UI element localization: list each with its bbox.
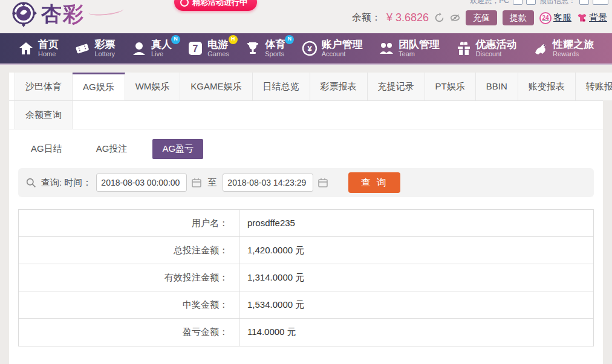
table-row-valid-bet: 有效投注金额： 1,314.0000 元: [19, 264, 593, 291]
table-row-username: 用户名： prosdffe235: [19, 210, 593, 237]
calendar-icon[interactable]: [318, 178, 328, 187]
tab-balance-query[interactable]: 余额查询: [15, 101, 73, 129]
row-value: 114.0000 元: [239, 319, 593, 346]
support-24h-icon: 24: [539, 12, 552, 24]
query-submit-button[interactable]: 查 询: [348, 172, 400, 193]
table-row-winnings: 中奖金额： 1,534.0000 元: [19, 291, 593, 319]
nav-item-team[interactable]: 团队管理Team: [379, 39, 440, 58]
ag-subtabs: AG日结 AG投注 AG盈亏: [22, 139, 603, 159]
balance-row: 余额： ¥ 3.6826 充值 提款 24 客服: [352, 10, 607, 25]
tab-deposit-withdraw-records[interactable]: 充提记录: [368, 73, 425, 100]
welcome-text: 欢迎您，PC: [470, 0, 509, 6]
hot-badge: H: [229, 35, 238, 44]
hide-balance-icon[interactable]: [450, 13, 460, 23]
page-root: 杏彩 精彩活动进行中 欢迎您，PC 预留信息： 余额： ¥ 3.6826: [0, 0, 612, 364]
gift-icon: [456, 41, 472, 56]
team-people-icon: [379, 41, 394, 56]
calendar-icon[interactable]: [192, 178, 201, 187]
time-to-input[interactable]: [223, 174, 313, 192]
report-tabs-row-2: 余额查询: [9, 101, 603, 129]
welcome-strip: 欢迎您，PC 预留信息：: [470, 0, 608, 6]
deposit-button[interactable]: 充值: [466, 10, 497, 25]
messenger-icon[interactable]: [526, 0, 536, 5]
support-link[interactable]: 24 客服: [539, 12, 571, 24]
tab-daily-summary[interactable]: 日结总览: [253, 73, 310, 100]
refresh-balance-icon[interactable]: [434, 13, 444, 23]
tab-kgame-casino[interactable]: KGAME娱乐: [180, 73, 252, 100]
home-icon: [18, 41, 34, 56]
promo-flower-icon: [180, 0, 189, 7]
row-label: 总投注金额：: [19, 237, 239, 264]
tab-pt-casino[interactable]: PT娱乐: [425, 73, 476, 100]
row-label: 盈亏金额：: [19, 319, 239, 346]
main-nav: 首页Home 彩票Lottery 真人Live N 7 电游Games H 体育…: [0, 33, 612, 65]
nav-item-sports[interactable]: 体育Sports N: [245, 39, 285, 58]
row-label: 有效投注金额：: [19, 264, 239, 291]
live-person-icon: [131, 41, 147, 56]
new-badge: N: [285, 35, 294, 44]
subtab-ag-daily[interactable]: AG日结: [22, 139, 71, 159]
promo-badge-label: 精彩活动进行中: [192, 0, 247, 8]
shirt-icon: [577, 13, 587, 23]
ticket-icon: [74, 41, 90, 56]
logout-icon[interactable]: [593, 0, 608, 5]
tab-ag-casino[interactable]: AG娱乐: [73, 73, 125, 100]
profit-loss-table: 用户名： prosdffe235 总投注金额： 1,420.0000 元 有效投…: [18, 209, 594, 346]
query-time-label: 查询: 时间：: [41, 177, 91, 189]
background-label: 背景: [589, 12, 607, 24]
logo-flower-emblem: [10, 1, 37, 28]
query-bar: 查询: 时间： 至 查 询: [18, 168, 594, 197]
time-from-input[interactable]: [96, 174, 187, 192]
support-label: 客服: [553, 12, 571, 24]
leaping-deer-icon: [533, 41, 549, 56]
balance-label: 余额：: [352, 11, 381, 24]
reserved-info-label: 预留信息：: [539, 0, 576, 6]
nav-item-home[interactable]: 首页Home: [18, 39, 59, 58]
row-label: 中奖金额：: [19, 291, 239, 318]
nav-item-account[interactable]: ¥ 账户管理Account: [302, 39, 363, 58]
nav-item-discount[interactable]: 优惠活动Discount: [456, 39, 517, 58]
tab-wm-casino[interactable]: WM娱乐: [125, 73, 181, 100]
messenger-icon[interactable]: [513, 0, 522, 5]
new-badge: N: [171, 35, 180, 44]
search-icon: [26, 178, 36, 188]
row-value: 1,314.0000 元: [239, 264, 593, 291]
reserved-info-icon[interactable]: [579, 0, 589, 5]
row-value: 1,534.0000 元: [239, 291, 593, 318]
background-link[interactable]: 背景: [577, 12, 607, 24]
row-label: 用户名：: [19, 210, 239, 236]
withdraw-button[interactable]: 提款: [503, 10, 534, 25]
nav-item-games[interactable]: 7 电游Games H: [187, 39, 229, 58]
nav-item-rewards[interactable]: 性耀之旅Rewards: [533, 39, 594, 58]
to-label: 至: [207, 177, 216, 189]
content-panel: 沙巴体育 AG娱乐 WM娱乐 KGAME娱乐 日结总览 彩票报表 充提记录 PT…: [9, 73, 603, 364]
subtab-ag-profit-loss[interactable]: AG盈亏: [152, 139, 203, 159]
svg-text:7: 7: [193, 44, 198, 54]
tab-transfer-report[interactable]: 转账报表: [576, 73, 612, 100]
tab-bbin[interactable]: BBIN: [476, 73, 518, 100]
yuan-coin-icon: ¥: [302, 41, 317, 56]
site-logo[interactable]: 杏彩: [10, 1, 123, 28]
row-value: 1,420.0000 元: [239, 237, 593, 264]
table-row-total-bet: 总投注金额： 1,420.0000 元: [19, 237, 593, 264]
nav-item-live[interactable]: 真人Live N: [131, 39, 172, 58]
balance-value: ¥ 3.6826: [386, 11, 429, 24]
games-7-icon: 7: [187, 41, 203, 56]
promo-badge[interactable]: 精彩活动进行中: [174, 0, 257, 11]
table-row-profit-loss: 盈亏金额： 114.0000 元: [19, 319, 593, 346]
trophy-icon: [245, 41, 261, 56]
tab-account-change-report[interactable]: 账变报表: [518, 73, 576, 100]
brand-name: 杏彩: [41, 1, 85, 28]
tab-lottery-report[interactable]: 彩票报表: [310, 73, 368, 100]
row-value: prosdffe235: [239, 210, 593, 236]
site-header: 杏彩 精彩活动进行中 欢迎您，PC 预留信息： 余额： ¥ 3.6826: [0, 0, 612, 33]
logo-slogan-scribble: [88, 5, 123, 17]
nav-item-lottery[interactable]: 彩票Lottery: [74, 39, 115, 58]
report-tabs-row-1: 沙巴体育 AG娱乐 WM娱乐 KGAME娱乐 日结总览 彩票报表 充提记录 PT…: [9, 73, 603, 101]
svg-text:¥: ¥: [307, 44, 312, 53]
tab-shaba-sports[interactable]: 沙巴体育: [15, 73, 73, 100]
subtab-ag-bets[interactable]: AG投注: [88, 139, 136, 159]
